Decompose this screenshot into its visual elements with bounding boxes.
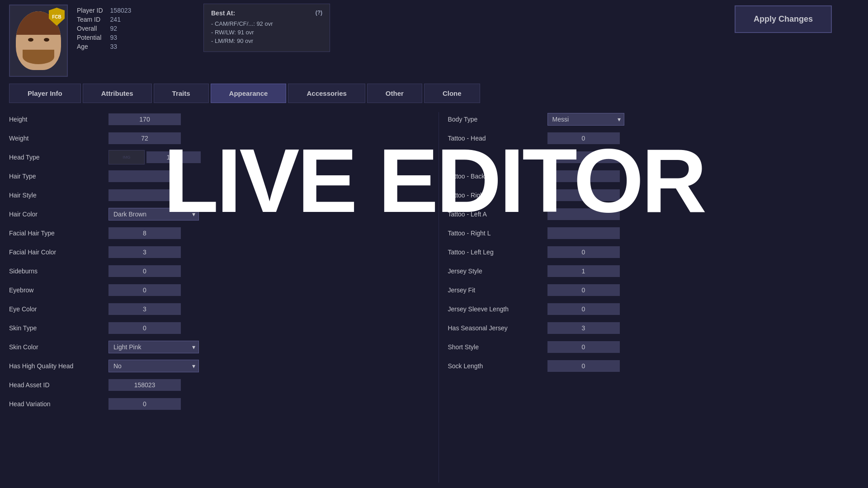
- skin-color-select[interactable]: Light Pink Medium Dark Very Dark: [108, 341, 199, 353]
- hq-head-label: Has High Quality Head: [9, 362, 108, 370]
- seasonal-jersey-row: Has Seasonal Jersey: [448, 321, 859, 335]
- tattoo-right-row: Tattoo - Right: [448, 188, 859, 202]
- skin-color-select-wrapper: Light Pink Medium Dark Very Dark: [108, 341, 199, 353]
- weight-input[interactable]: [108, 132, 181, 144]
- avatar-eye-right: [44, 38, 49, 42]
- tattoo-right-label: Tattoo - Right: [448, 192, 547, 199]
- sideburns-input[interactable]: [108, 265, 181, 277]
- tab-attributes[interactable]: Attributes: [83, 84, 152, 103]
- hair-color-label: Hair Color: [9, 211, 108, 218]
- tattoo-left-leg-input[interactable]: [547, 246, 620, 258]
- tab-accessories[interactable]: Accessories: [288, 84, 365, 103]
- player-info-grid: Player ID 158023 Team ID 241 Overall 92 …: [77, 7, 131, 50]
- team-id-label: Team ID: [77, 16, 103, 23]
- player-avatar: FCB: [9, 5, 68, 77]
- hair-style-row: Hair Style: [9, 188, 420, 202]
- head-variation-label: Head Variation: [9, 400, 108, 408]
- overall-label: Overall: [77, 25, 103, 32]
- skin-type-input[interactable]: [108, 322, 181, 334]
- sideburns-label: Sideburns: [9, 267, 108, 275]
- short-style-row: Short Style: [448, 340, 859, 354]
- best-at-help: (?): [316, 9, 322, 17]
- tab-appearance[interactable]: Appearance: [211, 84, 287, 103]
- tattoo-left-a-label: Tattoo - Left A: [448, 211, 547, 218]
- head-type-input[interactable]: [146, 151, 201, 163]
- tab-clone[interactable]: Clone: [424, 84, 480, 103]
- sock-length-label: Sock Length: [448, 362, 547, 370]
- height-input[interactable]: [108, 113, 181, 125]
- hair-color-select-wrapper: Dark Brown Black Blonde Red Grey White: [108, 208, 199, 221]
- jersey-fit-input[interactable]: [547, 284, 620, 296]
- best-at-item-1: - CAM/RF/CF/...: 92 ovr: [211, 20, 322, 27]
- facial-hair-type-label: Facial Hair Type: [9, 230, 108, 237]
- team-id-value: 241: [110, 16, 132, 23]
- jersey-sleeve-label: Jersey Sleeve Length: [448, 305, 547, 313]
- jersey-fit-row: Jersey Fit: [448, 283, 859, 297]
- jersey-sleeve-input[interactable]: [547, 303, 620, 315]
- avatar-eyes: [16, 38, 61, 42]
- hair-type-row: Hair Type: [9, 169, 420, 183]
- player-id-value: 158023: [110, 7, 132, 14]
- header: FCB Player ID 158023 Team ID 241 Overall…: [0, 0, 868, 81]
- head-asset-id-row: Head Asset ID: [9, 378, 420, 392]
- seasonal-jersey-input[interactable]: [547, 322, 620, 334]
- hair-style-label: Hair Style: [9, 192, 108, 199]
- hq-head-select[interactable]: No Yes: [108, 360, 199, 372]
- tattoo-back-input[interactable]: [547, 170, 620, 182]
- tattoo-front-row: Tattoo - Front: [448, 150, 859, 164]
- jersey-fit-label: Jersey Fit: [448, 286, 547, 294]
- body-type-row: Body Type Messi Normal Lean Stocky Tall …: [448, 112, 859, 127]
- hair-color-select[interactable]: Dark Brown Black Blonde Red Grey White: [108, 208, 199, 221]
- tattoo-right-l-input[interactable]: [547, 227, 620, 239]
- eye-color-row: Eye Color: [9, 302, 420, 316]
- left-panel: Height Weight Head Type IMG Hair Type Ha…: [9, 112, 439, 483]
- skin-color-label: Skin Color: [9, 343, 108, 351]
- sock-length-row: Sock Length: [448, 359, 859, 373]
- short-style-label: Short Style: [448, 343, 547, 351]
- eyebrow-input[interactable]: [108, 284, 181, 296]
- facial-hair-type-row: Facial Hair Type: [9, 226, 420, 240]
- best-at-item-3: - LM/RM: 90 ovr: [211, 38, 322, 44]
- age-label: Age: [77, 43, 103, 50]
- seasonal-jersey-label: Has Seasonal Jersey: [448, 324, 547, 332]
- head-variation-input[interactable]: [108, 398, 181, 410]
- avatar-eye-left: [28, 38, 33, 42]
- body-type-select[interactable]: Messi Normal Lean Stocky Tall Lean Tall …: [547, 113, 624, 126]
- tab-player-info[interactable]: Player Info: [9, 84, 81, 103]
- sock-length-input[interactable]: [547, 360, 620, 372]
- hair-color-row: Hair Color Dark Brown Black Blonde Red G…: [9, 207, 420, 221]
- weight-label: Weight: [9, 135, 108, 142]
- tattoo-left-leg-row: Tattoo - Left Leg: [448, 245, 859, 259]
- facial-hair-color-row: Facial Hair Color: [9, 245, 420, 259]
- head-type-thumbnail: IMG: [108, 150, 145, 164]
- eye-color-input[interactable]: [108, 303, 181, 315]
- age-value: 33: [110, 43, 132, 50]
- tattoo-right-input[interactable]: [547, 189, 620, 201]
- skin-type-label: Skin Type: [9, 324, 108, 332]
- tattoo-front-input[interactable]: [547, 151, 620, 163]
- jersey-style-input[interactable]: [547, 265, 620, 277]
- head-type-row: Head Type IMG: [9, 150, 420, 164]
- tab-traits[interactable]: Traits: [154, 84, 209, 103]
- overall-value: 92: [110, 25, 132, 32]
- tattoo-left-a-input[interactable]: [547, 208, 620, 220]
- body-type-label: Body Type: [448, 116, 547, 123]
- tattoo-front-label: Tattoo - Front: [448, 154, 547, 161]
- apply-changes-button[interactable]: Apply Changes: [735, 5, 832, 33]
- facial-hair-color-label: Facial Hair Color: [9, 249, 108, 256]
- head-type-inputs: IMG: [108, 150, 201, 164]
- sideburns-row: Sideburns: [9, 264, 420, 278]
- tattoo-back-label: Tattoo - Back: [448, 173, 547, 180]
- hq-head-select-wrapper: No Yes: [108, 360, 199, 372]
- short-style-input[interactable]: [547, 341, 620, 353]
- facial-hair-color-input[interactable]: [108, 246, 181, 258]
- tab-other[interactable]: Other: [367, 84, 422, 103]
- player-id-label: Player ID: [77, 7, 103, 14]
- hair-style-input[interactable]: [108, 189, 181, 201]
- right-panel: Body Type Messi Normal Lean Stocky Tall …: [439, 112, 859, 483]
- hair-type-input[interactable]: [108, 170, 181, 182]
- tattoo-head-input[interactable]: [547, 132, 620, 144]
- head-asset-id-input[interactable]: [108, 379, 181, 391]
- facial-hair-type-input[interactable]: [108, 227, 181, 239]
- jersey-sleeve-row: Jersey Sleeve Length: [448, 302, 859, 316]
